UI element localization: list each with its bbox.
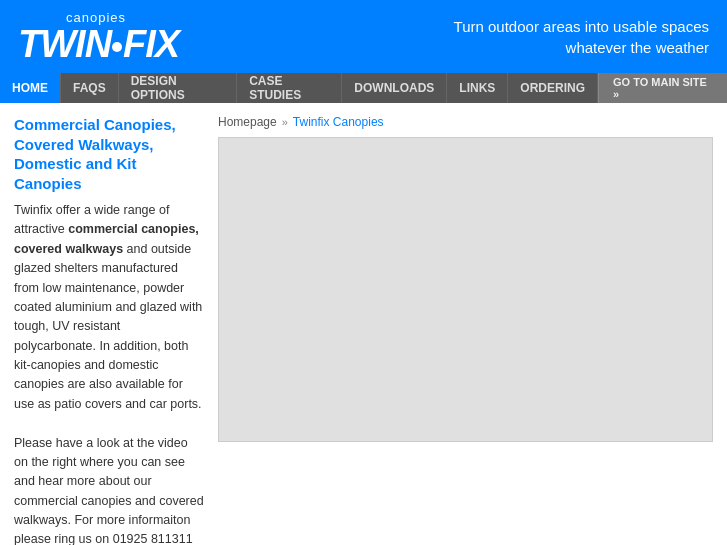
- logo-fix: FIX: [123, 23, 179, 65]
- tagline: Turn outdoor areas into usable spaces wh…: [449, 16, 709, 58]
- logo-dot: [112, 42, 122, 52]
- nav-ordering[interactable]: ORDERING: [508, 73, 598, 103]
- logo-area: canopies TWINFIX: [18, 10, 179, 63]
- breadcrumb-home[interactable]: Homepage: [218, 115, 277, 129]
- para2-intro: Please have a look at the video on the r…: [14, 436, 204, 546]
- nav-case-studies[interactable]: CASE STUDIES: [237, 73, 342, 103]
- nav-design-options[interactable]: DESIGN OPTIONS: [119, 73, 237, 103]
- para1-end: and outside glazed shelters manufactured…: [14, 242, 202, 411]
- logo-twinfix: TWINFIX: [18, 25, 179, 63]
- nav-home[interactable]: HOME: [0, 73, 61, 103]
- breadcrumb-current[interactable]: Twinfix Canopies: [293, 115, 384, 129]
- nav-faqs[interactable]: FAQS: [61, 73, 119, 103]
- content-area: Commercial Canopies, Covered Walkways, D…: [0, 103, 727, 545]
- nav-downloads[interactable]: DOWNLOADS: [342, 73, 447, 103]
- nav: HOME FAQS DESIGN OPTIONS CASE STUDIES DO…: [0, 73, 727, 103]
- go-to-main-button[interactable]: GO TO MAIN SITE »: [598, 73, 727, 103]
- page-heading: Commercial Canopies, Covered Walkways, D…: [14, 115, 204, 193]
- breadcrumb-separator: »: [282, 116, 288, 128]
- logo-twin: TWIN: [18, 23, 111, 65]
- nav-links: HOME FAQS DESIGN OPTIONS CASE STUDIES DO…: [0, 73, 598, 103]
- nav-links[interactable]: LINKS: [447, 73, 508, 103]
- video-placeholder: [218, 137, 713, 442]
- right-column: Homepage » Twinfix Canopies: [218, 115, 713, 545]
- left-column: Commercial Canopies, Covered Walkways, D…: [14, 115, 204, 545]
- header: canopies TWINFIX Turn outdoor areas into…: [0, 0, 727, 73]
- main-text: Twinfix offer a wide range of attractive…: [14, 201, 204, 545]
- breadcrumb: Homepage » Twinfix Canopies: [218, 115, 713, 129]
